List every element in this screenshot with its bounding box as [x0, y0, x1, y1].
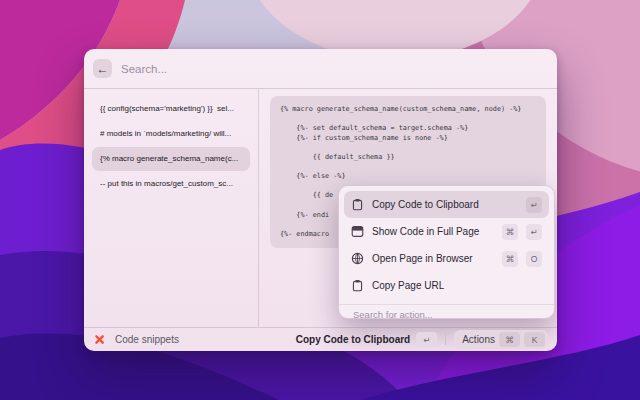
code-line: {%- set default_schema = target.schema -… [280, 124, 536, 134]
action-search-input[interactable]: Search for action... [339, 304, 554, 319]
back-arrow-icon: ← [97, 63, 109, 75]
actions-button-label: Actions [462, 334, 495, 345]
action-label: Show Code in Full Page [372, 226, 494, 237]
extension-name: Code snippets [115, 334, 179, 345]
actions-popup-list: Copy Code to Clipboard ↵ Show Code in Fu… [339, 186, 554, 304]
search-input[interactable]: Search... [121, 63, 167, 75]
primary-action-button[interactable]: Copy Code to Clipboard [296, 334, 410, 345]
clipboard-icon [351, 279, 364, 292]
app-window: ← Search... {{ config(schema='marketing'… [84, 49, 557, 351]
code-line: {{ default_schema }} [280, 153, 536, 163]
key-badge-command: ⌘ [502, 251, 518, 267]
snippet-list: {{ config(schema='marketing') }} sel... … [84, 89, 259, 327]
code-line: {% macro generate_schema_name(custom_sch… [280, 105, 536, 115]
action-copy-page-url[interactable]: Copy Page URL [344, 272, 549, 299]
key-badge-o: O [526, 251, 542, 267]
search-header: ← Search... [84, 49, 557, 89]
code-line [280, 115, 536, 125]
key-badge-return: ↵ [526, 224, 542, 240]
code-line: {%- else -%} [280, 172, 536, 182]
action-label: Open Page in Browser [372, 253, 494, 264]
action-show-code-full-page[interactable]: Show Code in Full Page ⌘ ↵ [344, 218, 549, 245]
actions-button[interactable]: Actions ⌘ K [454, 330, 548, 349]
list-item[interactable]: {{ config(schema='marketing') }} sel... [92, 97, 250, 121]
globe-icon [351, 252, 364, 265]
status-bar: Code snippets Copy Code to Clipboard ↵ A… [84, 327, 557, 351]
action-copy-code[interactable]: Copy Code to Clipboard ↵ [344, 191, 549, 218]
code-line [280, 163, 536, 173]
key-badge-k: K [524, 332, 545, 347]
dbt-logo-icon [93, 333, 106, 346]
actions-popup: Copy Code to Clipboard ↵ Show Code in Fu… [338, 185, 555, 319]
divider [445, 334, 446, 345]
action-label: Copy Page URL [372, 280, 542, 291]
list-item[interactable]: -- put this in macros/get_custom_sc... [92, 172, 250, 196]
back-button[interactable]: ← [93, 59, 112, 78]
app-window-icon [351, 225, 364, 238]
key-badge-return: ↵ [526, 197, 542, 213]
list-item[interactable]: # models in `models/marketing/ will... [92, 122, 250, 146]
list-item-selected[interactable]: {% macro generate_schema_name(c... [92, 147, 250, 171]
code-line [280, 143, 536, 153]
key-badge-command: ⌘ [499, 332, 520, 347]
clipboard-icon [351, 198, 364, 211]
action-label: Copy Code to Clipboard [372, 199, 518, 210]
code-line: {%- if custom_schema_name is none -%} [280, 134, 536, 144]
key-badge-command: ⌘ [502, 224, 518, 240]
key-badge-return: ↵ [416, 332, 437, 347]
action-open-page-browser[interactable]: Open Page in Browser ⌘ O [344, 245, 549, 272]
status-bar-actions: Copy Code to Clipboard ↵ Actions ⌘ K [296, 330, 548, 349]
desktop: ← Search... {{ config(schema='marketing'… [0, 0, 640, 400]
